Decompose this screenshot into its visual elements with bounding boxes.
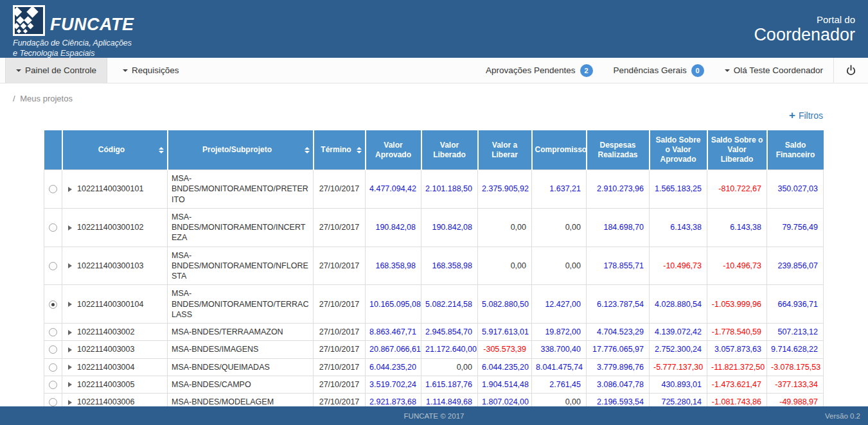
sort-arrows-icon[interactable] [305,147,310,153]
expand-row-icon[interactable] [68,400,72,405]
page-footer: FUNCATE © 2017 Versão 0.2 [0,406,868,425]
project-radio[interactable] [49,328,57,336]
table-row: 102211400300104MSA-BNDES/MONITORAMENTO/T… [44,285,824,324]
end-date-cell: 27/10/2017 [314,170,366,209]
expand-row-icon[interactable] [68,330,72,335]
saldo-sobre-o-valor-liberado-cell: 6.143,38 [707,208,767,247]
table-row: 1022114003003MSA-BNDES/IMAGENS27/10/2017… [44,341,824,358]
saldo-sobre-o-valor-liberado-cell: -10.496,73 [707,247,767,285]
end-date-cell: 27/10/2017 [314,341,366,358]
column-header-termino[interactable]: Término [314,130,366,170]
project-name-cell: MSA-BNDES/IMAGENS [168,341,314,358]
nav-item-aprovacoes-pendentes[interactable]: Aprovações Pendentes 2 [475,58,603,83]
project-radio[interactable] [49,398,57,406]
caret-down-icon [16,69,21,72]
saldo-sobre-o-valor-aprovado-cell: 4.028.880,54 [650,285,707,324]
project-radio[interactable] [49,363,57,372]
select-cell [44,170,62,209]
expand-row-icon[interactable] [68,365,72,370]
project-code-cell: 1022114003004 [62,358,168,376]
saldo-sobre-o-valor-liberado-cell: -1.778.540,59 [707,324,767,341]
valor-aprovado-cell: 3.519.702,24 [366,376,421,393]
valor-liberado-cell: 1.114.849,68 [421,394,478,407]
nav-item-requisicoes[interactable]: Requisições [112,58,190,83]
project-name-cell: MSA-BNDES/MONITORAMENTO/NFLORESTA [168,247,314,285]
valor-liberado-cell: 21.172.640,00 [421,341,478,358]
select-cell [44,376,62,393]
end-date-cell: 27/10/2017 [314,394,366,407]
sort-arrows-icon[interactable] [159,147,164,153]
expand-row-icon[interactable] [68,347,72,352]
despesas-realizadas-cell: 2.910.273,96 [587,170,650,209]
valor-a-liberar-cell: 0,00 [478,247,532,285]
end-date-cell: 27/10/2017 [314,324,366,341]
brand-name: FUNCATE [50,16,134,36]
table-row: 102211400300103MSA-BNDES/MONITORAMENTO/N… [44,247,824,285]
main-navbar: Painel de Controle Requisições Aprovaçõe… [0,58,868,83]
valor-liberado-cell: 2.101.188,50 [421,170,478,209]
expand-row-icon[interactable] [68,187,72,192]
project-radio[interactable] [49,345,57,354]
expand-row-icon[interactable] [68,225,72,230]
saldo-financeiro-cell: 507.213,12 [767,324,824,341]
despesas-realizadas-cell: 184.698,70 [587,208,650,247]
valor-liberado-cell: 0,00 [421,358,478,376]
valor-liberado-cell: 5.082.214,58 [421,285,478,324]
saldo-financeiro-cell: 664.936,71 [767,285,824,324]
portal-title-line2: Coordenador [754,25,855,45]
valor-aprovado-cell: 10.165.095,08 [366,285,421,324]
valor-aprovado-cell: 190.842,08 [366,208,421,247]
project-radio[interactable] [49,262,57,270]
compromissos-cell: 0,00 [532,247,587,285]
saldo-sobre-o-valor-aprovado-cell: -5.777.137,30 [650,358,707,376]
nav-item-pendencias-gerais[interactable]: Pendências Gerais 0 [603,58,714,83]
logout-button[interactable] [833,58,868,83]
column-header-codigo[interactable]: Código [62,130,168,170]
column-header-select [44,130,62,170]
compromissos-cell: 8.041.475,74 [532,358,587,376]
funcate-logo-icon[interactable] [13,5,45,36]
table-header-row: CódigoProjeto/SubprojetoTérminoValor Apr… [44,130,824,170]
filters-toggle-button[interactable]: + Filtros [789,110,823,121]
select-cell [44,341,62,358]
valor-a-liberar-cell: 5.917.613,01 [478,324,532,341]
saldo-sobre-o-valor-aprovado-cell: 2.752.300,24 [650,341,707,358]
user-menu-label: Olá Teste Coordenador [734,65,823,75]
user-menu[interactable]: Olá Teste Coordenador [714,58,833,83]
saldo-financeiro-cell: 9.714.628,22 [767,341,824,358]
column-header-projeto-subprojeto[interactable]: Projeto/Subprojeto [168,130,314,170]
despesas-realizadas-cell: 3.779.896,76 [587,358,650,376]
project-radio[interactable] [49,185,57,193]
table-row: 1022114003006MSA-BNDES/MODELAGEM27/10/20… [44,394,824,407]
project-name-cell: MSA-BNDES/TERRAAMAZON [168,324,314,341]
aprovacoes-pendentes-badge: 2 [580,64,593,77]
project-code-cell: 102211400300101 [62,170,168,209]
end-date-cell: 27/10/2017 [314,376,366,393]
despesas-realizadas-cell: 4.704.523,29 [587,324,650,341]
valor-liberado-cell: 168.358,98 [421,247,478,285]
expand-row-icon[interactable] [68,263,72,268]
despesas-realizadas-cell: 2.196.593,54 [587,394,650,407]
nav-item-label: Painel de Controle [25,65,96,75]
caret-down-icon [725,69,730,72]
select-cell [44,247,62,285]
project-radio[interactable] [49,300,57,309]
projects-tbody: 102211400300101MSA-BNDES/MONITORAMENTO/P… [44,170,824,407]
project-radio[interactable] [49,381,57,389]
despesas-realizadas-cell: 17.776.065,97 [587,341,650,358]
valor-liberado-cell: 1.615.187,76 [421,376,478,393]
project-radio[interactable] [49,223,57,232]
end-date-cell: 27/10/2017 [314,285,366,324]
project-code-cell: 102211400300102 [62,208,168,247]
expand-row-icon[interactable] [68,382,72,387]
saldo-financeiro-cell: 239.856,07 [767,247,824,285]
expand-row-icon[interactable] [68,302,72,307]
valor-a-liberar-cell: 5.082.880,50 [478,285,532,324]
saldo-sobre-o-valor-liberado-cell: -1.473.621,47 [707,376,767,393]
valor-aprovado-cell: 4.477.094,42 [366,170,421,209]
nav-item-painel-de-controle[interactable]: Painel de Controle [5,58,107,83]
end-date-cell: 27/10/2017 [314,358,366,376]
select-cell [44,394,62,407]
sort-arrows-icon[interactable] [357,147,362,153]
saldo-sobre-o-valor-aprovado-cell: 430.893,01 [650,376,707,393]
